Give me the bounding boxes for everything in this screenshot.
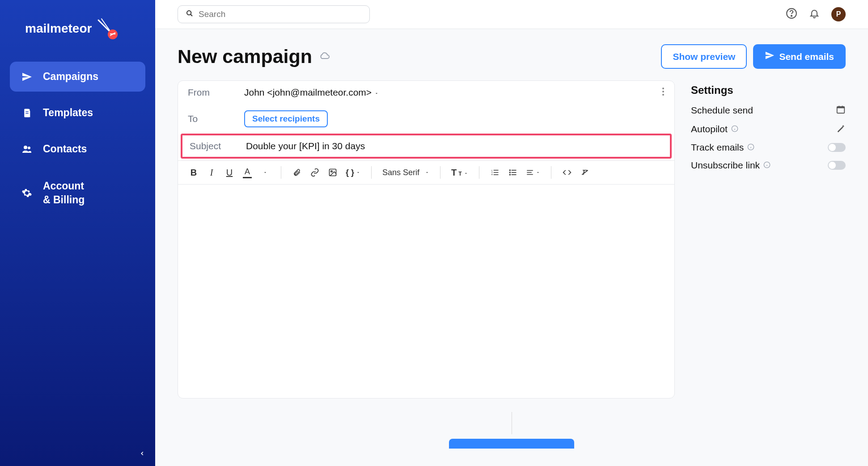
code-icon[interactable] [562,168,572,177]
subject-input[interactable] [246,141,663,151]
file-icon [21,108,32,118]
gear-icon [21,188,32,198]
info-icon[interactable] [763,160,771,171]
separator [479,166,479,179]
svg-point-15 [509,172,510,173]
italic-icon[interactable]: I [207,168,216,178]
bold-icon[interactable]: B [189,168,199,178]
svg-rect-17 [511,170,516,171]
help-icon[interactable] [786,8,797,21]
search-icon [186,10,193,19]
sidebar-item-label: Account& Billing [43,179,85,207]
svg-rect-19 [511,174,516,175]
to-label: To [188,113,223,124]
wand-icon[interactable] [836,123,846,135]
svg-point-6 [187,11,191,15]
sidebar-item-account-billing[interactable]: Account& Billing [10,170,145,216]
cloud-icon [318,50,331,63]
send-icon [765,50,775,63]
content: From John <john@mailmeteor.com> To Selec… [155,80,868,399]
avatar[interactable]: P [831,7,846,21]
text-color-icon[interactable]: A [242,167,252,178]
setting-label: Schedule send [691,105,753,116]
bottom-action-placeholder [155,439,868,449]
sidebar-item-templates[interactable]: Templates [10,98,145,128]
sidebar-item-contacts[interactable]: Contacts [10,134,145,164]
svg-point-11 [662,94,664,96]
sidebar-item-campaigns[interactable]: Campaigns [10,62,145,92]
link-icon[interactable] [310,168,320,177]
email-body-editor[interactable] [178,185,674,381]
bell-icon[interactable] [809,8,820,21]
toggle-switch[interactable] [828,143,846,152]
caret-down-icon [374,87,379,98]
to-row: To Select recipients [178,104,674,134]
svg-point-14 [509,169,510,171]
from-dropdown[interactable]: John <john@mailmeteor.com> [244,87,379,98]
info-icon[interactable] [747,142,754,153]
subject-row: Subject [181,134,672,159]
show-preview-button[interactable]: Show preview [661,44,747,69]
variable-icon[interactable]: { } [346,168,360,177]
sidebar-item-label: Campaigns [43,71,98,83]
svg-point-9 [662,88,664,89]
svg-rect-18 [511,172,516,173]
setting-unsubscribe-link[interactable]: Unsubscribe link [691,160,846,171]
search-input[interactable] [199,9,361,19]
toggle-switch[interactable] [828,161,846,170]
underline-icon[interactable]: U [224,168,234,178]
settings-panel: Settings Schedule send Autopilot [691,80,846,399]
mailmeteor-logo-icon [96,18,118,39]
svg-point-8 [791,15,792,16]
subject-label: Subject [190,141,224,151]
page-title-wrap: New campaign [178,46,331,67]
svg-rect-2 [25,111,28,112]
more-options-icon[interactable] [662,87,665,98]
setting-schedule-send[interactable]: Schedule send [691,105,846,116]
font-dropdown[interactable]: Sans Serif [382,168,429,177]
settings-title: Settings [691,84,846,97]
separator [371,166,372,179]
send-emails-button[interactable]: Send emails [753,44,846,69]
page-title: New campaign [178,46,312,67]
sidebar-item-label: Contacts [43,143,87,155]
setting-label: Unsubscribe link [691,160,771,171]
bullet-list-icon[interactable] [508,168,518,177]
svg-rect-3 [25,113,28,113]
from-label: From [188,87,223,98]
bottom-divider [155,412,868,434]
svg-rect-21 [527,172,532,173]
separator [440,166,440,179]
image-icon[interactable] [328,168,338,177]
header-actions: Show preview Send emails [661,44,846,69]
formatting-toolbar: B I U A [178,160,674,185]
sidebar: mailmeteor Campaigns Templates Contacts [0,0,155,466]
svg-point-10 [662,91,664,92]
svg-rect-22 [527,174,533,175]
svg-point-13 [331,171,332,172]
people-icon [21,144,32,155]
logo-text: mailmeteor [25,21,92,36]
svg-point-5 [28,147,30,149]
ordered-list-icon[interactable] [490,168,500,177]
setting-autopilot[interactable]: Autopilot [691,123,846,135]
calendar-icon[interactable] [836,105,846,116]
topbar-right: P [786,7,846,21]
svg-rect-20 [527,170,533,171]
separator [281,166,281,179]
setting-label: Autopilot [691,124,738,134]
font-size-icon[interactable]: TT [451,168,468,178]
sidebar-item-label: Templates [43,107,93,119]
attachment-icon[interactable] [292,168,302,177]
align-icon[interactable] [526,168,540,176]
search-box[interactable] [178,5,370,23]
setting-track-emails[interactable]: Track emails [691,142,846,153]
collapse-sidebar-button[interactable] [139,449,145,459]
svg-point-4 [24,146,27,149]
clear-format-icon[interactable] [580,168,590,177]
setting-label: Track emails [691,142,754,153]
logo[interactable]: mailmeteor [10,18,145,39]
caret-down-icon[interactable] [260,170,270,175]
select-recipients-button[interactable]: Select recipients [244,110,328,127]
info-icon[interactable] [731,124,738,134]
